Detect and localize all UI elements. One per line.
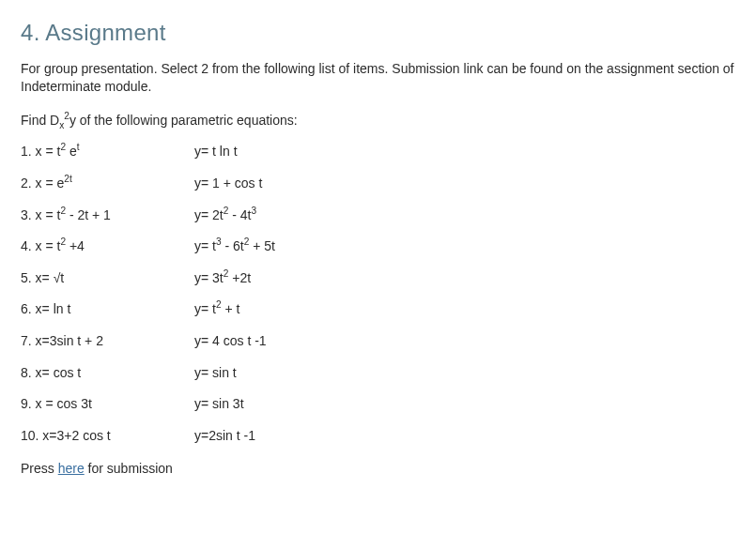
y-mid: + t <box>222 301 240 316</box>
item-x: 3. x = t2 - 2t + 1 <box>21 206 194 225</box>
instr-mid: y of the following parametric equations: <box>69 113 298 128</box>
press-suffix: for submission <box>85 461 173 476</box>
list-item: 1. x = t2 et y= t ln t <box>21 143 739 161</box>
item-num: 1. <box>21 144 32 159</box>
item-list: 1. x = t2 et y= t ln t 2. x = e2t y= 1 +… <box>21 143 739 445</box>
x-mid: - 2t + 1 <box>66 207 111 222</box>
list-item: 4. x = t2 +4 y= t3 - 6t2 + 5t <box>21 237 739 256</box>
list-item: 8. x= cos t y= sin t <box>21 364 739 383</box>
x-pre: x = t <box>32 207 61 222</box>
press-prefix: Press <box>21 461 58 476</box>
page-title: 4. Assignment <box>21 17 739 49</box>
list-item: 10. x=3+2 cos t y=2sin t -1 <box>21 427 739 446</box>
item-x: 2. x = e2t <box>21 175 194 193</box>
item-x: 1. x = t2 et <box>21 143 194 161</box>
submission-link[interactable]: here <box>58 461 85 476</box>
y-pre: y= t <box>194 301 216 316</box>
instr-prefix: Find D <box>21 113 59 128</box>
y-pre: y= 2t <box>194 207 224 222</box>
x-pre: x= ln t <box>32 301 71 316</box>
y-mid: +2t <box>228 270 251 285</box>
item-num: 4. <box>21 238 32 253</box>
x-mid: +4 <box>66 238 85 253</box>
item-num: 7. <box>21 333 32 348</box>
y-pre: y= t <box>194 238 216 253</box>
y-mid: - 4t <box>228 207 251 222</box>
submission-line: Press here for submission <box>21 460 739 479</box>
x-pre: x= cos t <box>32 365 82 380</box>
list-item: 7. x=3sin t + 2 y= 4 cos t -1 <box>21 332 739 351</box>
item-num: 8. <box>21 365 32 380</box>
y-post: + 5t <box>249 238 275 253</box>
y-pre: y= 3t <box>194 270 224 285</box>
item-x: 9. x = cos 3t <box>21 395 194 414</box>
item-x: 10. x=3+2 cos t <box>21 427 194 446</box>
item-num: 5. <box>21 270 32 285</box>
x-pre: x = e <box>32 175 65 191</box>
item-x: 7. x=3sin t + 2 <box>21 332 194 351</box>
x-mid: e <box>66 144 77 159</box>
item-x: 4. x = t2 +4 <box>21 237 194 256</box>
item-num: 9. <box>21 396 32 411</box>
y-sup2: 3 <box>251 206 256 216</box>
list-item: 2. x = e2t y= 1 + cos t <box>21 175 739 193</box>
x-sup2: t <box>77 143 80 153</box>
list-item: 5. x= √t y= 3t2 +2t <box>21 269 739 288</box>
instruction-text: Find Dx2y of the following parametric eq… <box>21 112 739 130</box>
item-y: y= sin 3t <box>194 395 739 414</box>
item-x: 5. x= √t <box>21 269 194 288</box>
x-pre: x = t <box>32 238 61 253</box>
x-pre: x= √t <box>32 270 65 285</box>
item-x: 6. x= ln t <box>21 300 194 319</box>
item-y: y= t ln t <box>194 143 739 161</box>
item-num: 2. <box>21 175 32 191</box>
x-pre: x = cos 3t <box>32 396 92 411</box>
item-y: y= sin t <box>194 364 739 383</box>
x-pre: x=3sin t + 2 <box>32 333 103 348</box>
y-mid: - 6t <box>222 238 244 253</box>
item-y: y= 4 cos t -1 <box>194 332 739 351</box>
x-pre: x=3+2 cos t <box>39 428 110 443</box>
list-item: 6. x= ln t y= t2 + t <box>21 300 739 319</box>
item-num: 10. <box>21 428 39 443</box>
x-pre: x = t <box>32 144 61 159</box>
item-y: y= t2 + t <box>194 300 739 319</box>
item-y: y= 1 + cos t <box>194 175 739 193</box>
item-y: y= t3 - 6t2 + 5t <box>194 237 739 256</box>
item-y: y= 3t2 +2t <box>194 269 739 288</box>
item-num: 6. <box>21 301 32 316</box>
list-item: 9. x = cos 3t y= sin 3t <box>21 395 739 414</box>
item-y: y=2sin t -1 <box>194 427 739 446</box>
item-num: 3. <box>21 207 32 222</box>
instr-sub: x <box>59 120 64 130</box>
item-y: y= 2t2 - 4t3 <box>194 206 739 225</box>
list-item: 3. x = t2 - 2t + 1 y= 2t2 - 4t3 <box>21 206 739 225</box>
item-x: 8. x= cos t <box>21 364 194 383</box>
x-sup1: 2t <box>64 174 71 184</box>
intro-text: For group presentation. Select 2 from th… <box>21 60 739 97</box>
